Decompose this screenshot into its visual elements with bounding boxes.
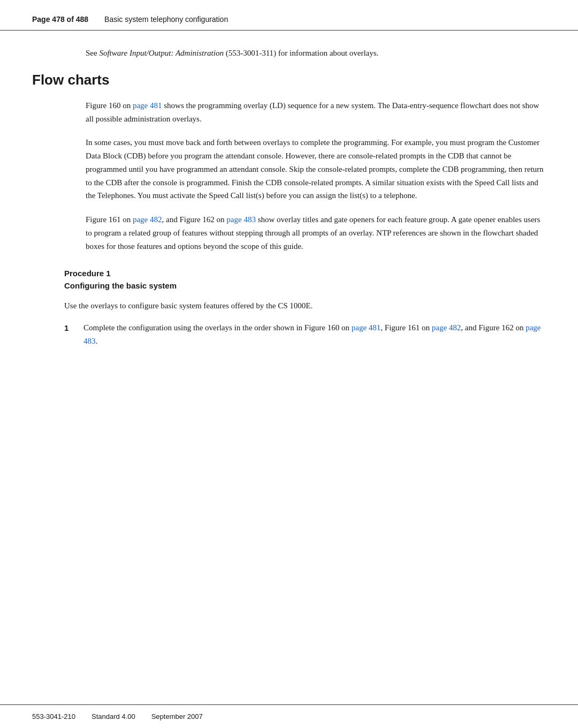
- procedure-block: Procedure 1 Configuring the basic system…: [32, 268, 546, 347]
- step1-text-between-2-3: , and Figure 162 on: [461, 323, 526, 332]
- paragraph-1: Figure 160 on page 481 shows the program…: [32, 99, 546, 126]
- step1-text-between-1-2: , Figure 161 on: [381, 323, 431, 332]
- procedure-label: Procedure 1: [64, 268, 546, 280]
- footer-standard: Standard 4.00: [92, 712, 135, 721]
- paragraph-2: In some cases, you must move back and fo…: [32, 136, 546, 202]
- intro-italic: Software Input/Output: Administration: [99, 49, 224, 57]
- procedure-step-1: 1 Complete the configuration using the o…: [64, 321, 546, 348]
- procedure-steps-list: 1 Complete the configuration using the o…: [64, 321, 546, 348]
- link-page483-p3[interactable]: page 483: [226, 215, 256, 224]
- section-title: Flow charts: [32, 72, 546, 88]
- paragraph-3: Figure 161 on page 482, and Figure 162 o…: [32, 213, 546, 253]
- link-page481-p1[interactable]: page 481: [133, 101, 162, 110]
- header-title: Basic system telephony configuration: [104, 15, 228, 24]
- page-number: Page 478 of 488: [32, 15, 88, 24]
- page-footer: 553-3041-210 Standard 4.00 September 200…: [0, 704, 578, 728]
- para1-text-before-link1: Figure 160 on: [86, 101, 133, 110]
- page-container: Page 478 of 488 Basic system telephony c…: [0, 0, 578, 728]
- step-1-content: Complete the configuration using the ove…: [83, 321, 546, 348]
- step-1-number: 1: [64, 321, 75, 335]
- link-page482-p3[interactable]: page 482: [133, 215, 162, 224]
- intro-text-after-italic: (553-3001-311) for information about ove…: [224, 49, 378, 57]
- procedure-description: Configuring the basic system: [64, 280, 546, 292]
- page-header: Page 478 of 488 Basic system telephony c…: [0, 0, 578, 31]
- footer-doc-number: 553-3041-210: [32, 712, 75, 721]
- para3-text-between-links: , and Figure 162 on: [162, 215, 227, 224]
- link-page482-step1[interactable]: page 482: [432, 323, 461, 332]
- step1-text-before-link1: Complete the configuration using the ove…: [83, 323, 352, 332]
- procedure-use-text: Use the overlays to configure basic syst…: [64, 299, 546, 313]
- footer-date: September 2007: [151, 712, 203, 721]
- link-page481-step1[interactable]: page 481: [352, 323, 381, 332]
- step1-text-after-link3: .: [96, 337, 98, 345]
- intro-paragraph: See Software Input/Output: Administratio…: [32, 47, 546, 60]
- intro-text-before-italic: See: [86, 49, 99, 57]
- page-content: See Software Input/Output: Administratio…: [0, 31, 578, 704]
- para3-text-before-link1: Figure 161 on: [86, 215, 133, 224]
